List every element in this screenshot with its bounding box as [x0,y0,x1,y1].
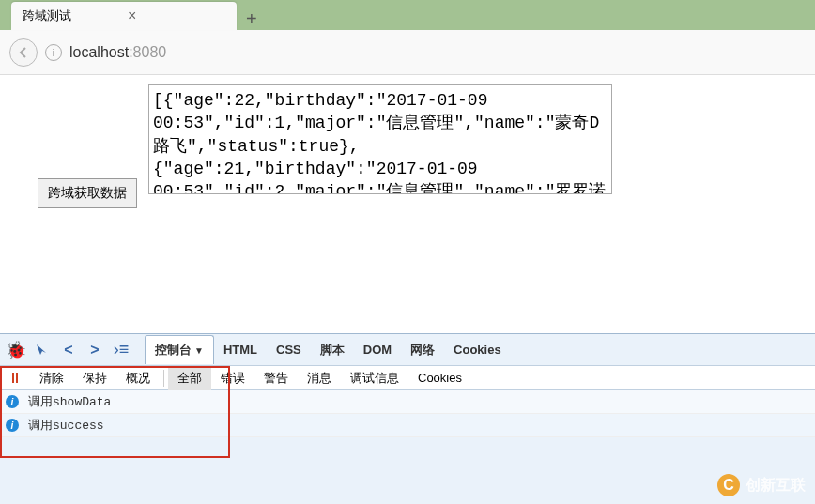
tab-cookies[interactable]: Cookies [444,337,511,362]
url-port: :8080 [129,44,166,60]
tab-network[interactable]: 网络 [401,336,444,364]
tab-dom[interactable]: DOM [354,337,401,362]
nav-next-icon[interactable]: > [86,342,103,359]
console-line[interactable]: i 调用showData [0,390,815,414]
new-tab-button[interactable]: + [237,8,267,30]
tab-html[interactable]: HTML [214,337,267,362]
inspect-icon[interactable] [34,342,51,359]
info-icon: i [6,419,19,432]
step-icon[interactable]: ›≡ [113,342,130,359]
url-host: localhost [69,44,129,60]
address-bar[interactable]: localhost:8080 [69,44,806,61]
devtools-panel: 🐞 < > ›≡ 控制台▼ HTML CSS 脚本 DOM 网络 Cookies… [0,333,815,504]
tab-css[interactable]: CSS [267,337,311,362]
watermark-logo-icon: C [717,474,740,496]
arrow-left-icon [17,46,30,59]
watermark: C 创新互联 [717,474,806,496]
dropdown-arrow-icon: ▼ [194,345,204,356]
tab-script[interactable]: 脚本 [311,336,354,364]
subtab-profile[interactable]: 概况 [116,366,160,390]
subtab-debug[interactable]: 调试信息 [341,366,408,390]
subtab-warnings[interactable]: 警告 [254,366,298,390]
browser-tab[interactable]: 跨域测试 × [11,2,237,30]
nav-prev-icon[interactable]: < [60,342,77,359]
info-icon: i [6,395,19,408]
firebug-icon[interactable]: 🐞 [8,342,24,359]
fetch-data-button[interactable]: 跨域获取数据 [38,178,137,208]
tab-console[interactable]: 控制台▼ [145,335,214,364]
console-text: 调用success [28,417,104,434]
subtab-clear[interactable]: 清除 [30,366,73,390]
response-textarea[interactable] [148,84,612,194]
subtab-cookies2[interactable]: Cookies [408,367,471,389]
subtab-persist[interactable]: 保持 [73,366,116,390]
break-icon[interactable]: ⏸ [0,370,30,387]
subtab-all[interactable]: 全部 [168,366,211,390]
tab-close-icon[interactable]: × [128,8,136,24]
page-body: 跨域获取数据 [0,75,815,333]
watermark-text: 创新互联 [746,476,806,496]
subtab-errors[interactable]: 错误 [211,366,254,390]
tab-title: 跨域测试 [23,8,71,24]
separator [163,370,164,387]
site-info-icon[interactable]: i [45,44,62,61]
console-text: 调用showData [28,393,111,410]
subtab-info[interactable]: 消息 [298,366,341,390]
console-line[interactable]: i 调用success [0,414,815,437]
nav-back-button[interactable] [9,38,38,67]
console-output: i 调用showData i 调用success [0,390,815,437]
